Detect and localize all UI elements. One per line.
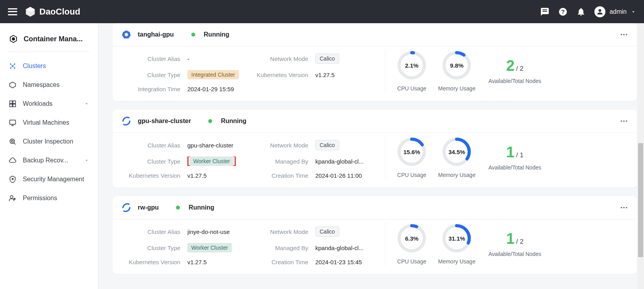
info-grid: Cluster Aliasgpu-share-cluster Network M… [121,136,373,179]
avatar-icon [594,6,605,17]
cluster-type-label: Cluster Type [121,72,180,78]
cluster-name: gpu-share-cluster [138,118,191,125]
sidebar-item-workloads[interactable]: Workloads [0,94,98,113]
status-dot-icon [208,119,212,123]
k8s-version-value: v1.27.5 [315,72,335,78]
cpu-caption: CPU Usage [397,85,426,92]
gauge: 6.3% [397,224,426,253]
sidebar-item-permissions[interactable]: Permissions [0,189,98,208]
time-value: 2024-01-29 15:59 [187,86,234,92]
cluster-card: gpu-share-cluster Running Cluster Aliasg… [113,110,637,188]
highlighted-type: Worker Cluster [187,156,236,166]
sidebar-item-backup[interactable]: Backup Recov... [0,151,98,170]
network-mode-label: Network Mode [249,55,308,62]
messages-icon[interactable] [540,7,550,17]
nodes-caption: Available/Total Nodes [489,164,541,171]
topbar-left: DaoCloud [8,6,80,18]
namespaces-icon [9,81,17,89]
sidebar-item-inspection[interactable]: Cluster Inspection [0,132,98,151]
k8s-version-label: Kubernetes Version [121,259,180,265]
nodes-total: / 2 [516,238,524,246]
cluster-header[interactable]: tanghai-gpu Running [113,23,637,46]
managed-by-label: Managed By [249,245,308,251]
workloads-icon [9,100,17,108]
gauge: 34.5% [442,137,471,166]
cluster-card: rw-gpu Running Cluster Aliasjinye-do-not… [113,196,637,274]
svg-point-25 [125,33,128,37]
sidebar: Container Mana... Clusters Namespaces Wo… [0,23,98,289]
alias-label: Cluster Alias [121,55,180,62]
svg-point-6 [14,63,15,64]
worker-cluster-icon [121,116,131,126]
security-icon [9,175,17,183]
nodes-available: 1 [506,145,514,160]
user-menu[interactable]: admin [594,6,636,17]
topbar: DaoCloud ? admin [0,0,644,23]
network-mode-tag: Calico [315,140,339,150]
sidebar-divider [9,52,89,52]
cluster-type-label: Cluster Type [121,245,180,251]
info-grid: Cluster Alias- Network ModeCalico Cluste… [121,50,373,92]
sidebar-item-label: Workloads [23,100,78,107]
more-icon[interactable] [620,117,628,125]
metrics: 15.6% CPU Usage 34.5% Memory Usage 1 / 1… [385,136,542,179]
svg-point-26 [621,34,622,35]
svg-point-33 [621,120,622,122]
svg-rect-14 [13,104,16,107]
cluster-name: tanghai-gpu [138,31,174,38]
daocloud-icon [24,6,36,18]
cluster-name: rw-gpu [138,204,159,211]
inspection-icon [9,138,17,145]
sidebar-title[interactable]: Container Mana... [0,31,98,52]
status-text: Running [221,118,246,125]
more-icon[interactable] [620,203,628,212]
sidebar-item-clusters[interactable]: Clusters [0,57,98,75]
cpu-gauge-block: 2.1% CPU Usage [397,51,426,92]
gauge-value: 34.5% [448,148,465,155]
more-icon[interactable] [620,30,628,39]
brand-logo[interactable]: DaoCloud [24,6,80,18]
svg-rect-15 [10,120,16,124]
cluster-type-label: Cluster Type [121,158,180,165]
help-icon[interactable]: ? [558,7,568,17]
scrollbar[interactable] [637,23,644,289]
nodes-total: / 2 [516,65,524,73]
cpu-gauge-block: 15.6% CPU Usage [397,137,426,178]
sidebar-item-security[interactable]: Security Management [0,170,98,189]
hamburger-icon[interactable] [8,8,17,15]
managed-by-value: kpanda-global-cl... [315,245,364,251]
sidebar-item-label: Security Management [23,176,89,183]
memory-gauge-block: 34.5% Memory Usage [438,137,476,178]
scrollbar-thumb[interactable] [638,143,643,257]
status-text: Running [189,204,214,211]
cluster-type-tag: Integrated Cluster [187,70,239,79]
svg-point-4 [12,38,15,40]
svg-point-23 [14,198,15,199]
time-value: 2024-01-23 15:45 [315,259,362,265]
alias-value: gpu-share-cluster [187,142,233,149]
nodes-caption: Available/Total Nodes [489,251,541,257]
nodes-block: 1 / 1 Available/Total Nodes [487,145,542,171]
metrics: 2.1% CPU Usage 9.8% Memory Usage 2 / 2 A… [385,50,542,92]
svg-point-41 [623,207,625,208]
chevron-down-icon [84,158,89,163]
status-dot-icon [191,33,195,37]
sidebar-item-label: Cluster Inspection [23,138,89,145]
gauge-value: 15.6% [403,148,420,155]
sidebar-item-label: Backup Recov... [23,157,78,164]
sidebar-item-namespaces[interactable]: Namespaces [0,75,98,94]
chevron-down-icon [631,9,636,15]
k8s-version-value: v1.27.5 [187,172,207,179]
vm-icon [9,119,17,127]
cluster-header[interactable]: rw-gpu Running [113,196,637,219]
svg-text:?: ? [561,8,565,15]
cluster-header[interactable]: gpu-share-cluster Running [113,110,637,133]
network-mode-label: Network Mode [249,228,308,235]
notifications-icon[interactable] [576,7,586,17]
cpu-caption: CPU Usage [397,172,426,178]
sidebar-item-vm[interactable]: Virtual Machines [0,113,98,132]
status-dot-icon [176,206,180,210]
container-mgmt-icon [9,34,18,44]
svg-point-2 [599,9,601,12]
nodes-caption: Available/Total Nodes [489,78,541,84]
